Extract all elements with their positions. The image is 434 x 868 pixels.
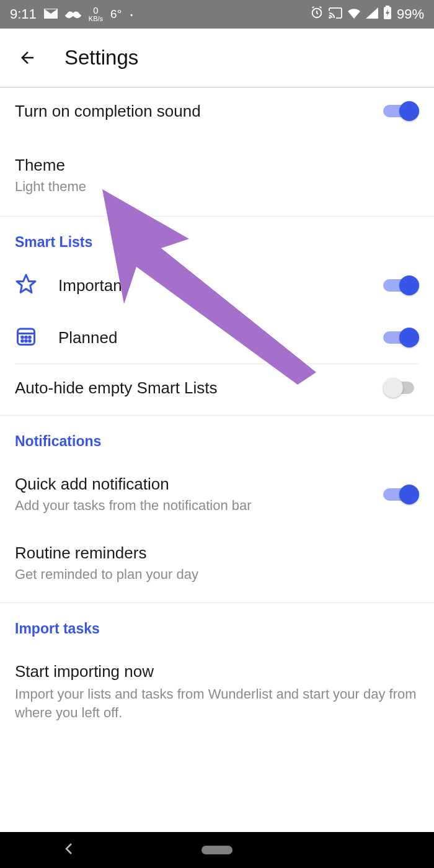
status-battery-pct: 99%	[397, 6, 424, 22]
svg-point-10	[25, 340, 27, 342]
autohide-toggle[interactable]	[383, 378, 419, 398]
status-bar: 9:11 0 KB/s 6° · 99%	[0, 0, 434, 29]
completion-sound-toggle[interactable]	[383, 101, 419, 121]
svg-point-11	[29, 340, 31, 342]
arrow-back-icon	[18, 48, 37, 67]
import-header: Import tasks	[0, 603, 434, 646]
start-import-label: Start importing now	[15, 662, 419, 681]
calendar-icon	[15, 325, 37, 350]
smart-list-planned-label: Planned	[58, 328, 383, 347]
svg-point-6	[22, 336, 24, 338]
cast-icon	[329, 6, 342, 22]
smart-lists-header: Smart Lists	[0, 217, 434, 259]
svg-rect-3	[386, 6, 389, 7]
smart-list-planned-row[interactable]: Planned	[0, 311, 434, 364]
svg-point-8	[29, 336, 31, 338]
smart-list-important-toggle[interactable]	[383, 275, 419, 295]
page-title: Settings	[64, 46, 138, 69]
completion-sound-row[interactable]: Turn on completion sound	[0, 87, 434, 135]
chevron-left-icon	[64, 843, 74, 855]
status-temp: 6°	[110, 7, 122, 21]
theme-row[interactable]: Theme Light theme	[0, 135, 434, 216]
svg-point-9	[22, 340, 24, 342]
nav-back-button[interactable]	[64, 843, 74, 857]
nav-home-button[interactable]	[202, 846, 232, 854]
status-time: 9:11	[10, 6, 37, 22]
smart-list-planned-toggle[interactable]	[383, 328, 419, 347]
back-button[interactable]	[15, 45, 40, 70]
completion-sound-label: Turn on completion sound	[15, 102, 383, 121]
quick-add-row[interactable]: Quick add notification Add your tasks fr…	[0, 459, 434, 527]
mustache-icon	[65, 6, 81, 22]
mail-icon	[44, 6, 58, 22]
svg-point-7	[25, 336, 27, 338]
svg-point-1	[329, 17, 330, 18]
star-icon	[15, 273, 37, 298]
system-nav-bar	[0, 832, 434, 868]
routine-reminders-label: Routine reminders	[15, 544, 419, 563]
autohide-row[interactable]: Auto-hide empty Smart Lists	[0, 364, 434, 411]
settings-list: Turn on completion sound Theme Light the…	[0, 87, 434, 735]
smart-list-important-label: Important	[58, 276, 383, 295]
routine-reminders-sub: Get reminded to plan your day	[15, 566, 419, 583]
smart-list-important-row[interactable]: Important	[0, 259, 434, 311]
app-toolbar: Settings	[0, 29, 434, 87]
battery-icon	[383, 6, 392, 23]
wifi-icon	[347, 6, 361, 22]
notifications-header: Notifications	[0, 416, 434, 459]
start-import-row[interactable]: Start importing now Import your lists an…	[0, 646, 434, 735]
routine-reminders-row[interactable]: Routine reminders Get reminded to plan y…	[0, 527, 434, 596]
alarm-icon	[310, 6, 324, 23]
signal-icon	[366, 6, 378, 22]
autohide-label: Auto-hide empty Smart Lists	[15, 378, 383, 398]
status-network-speed: 0 KB/s	[89, 6, 103, 22]
theme-label: Theme	[15, 156, 419, 175]
theme-value: Light theme	[15, 179, 419, 195]
quick-add-toggle[interactable]	[383, 485, 419, 504]
quick-add-label: Quick add notification	[15, 475, 383, 494]
start-import-sub: Import your lists and tasks from Wunderl…	[15, 685, 419, 722]
quick-add-sub: Add your tasks from the notification bar	[15, 498, 383, 514]
